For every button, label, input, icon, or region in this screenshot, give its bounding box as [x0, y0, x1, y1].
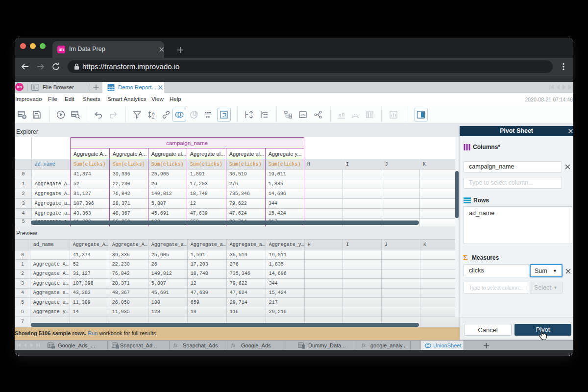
svg-text:<>: <>	[300, 113, 306, 118]
svg-text:Z: Z	[152, 115, 154, 120]
